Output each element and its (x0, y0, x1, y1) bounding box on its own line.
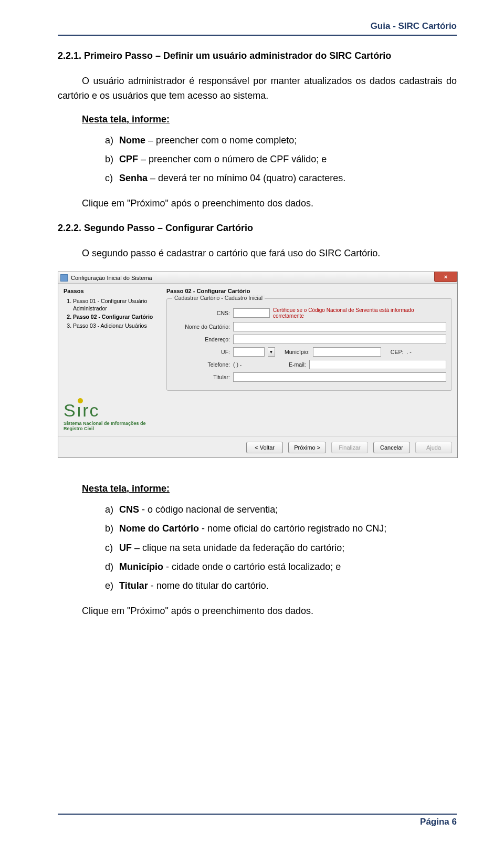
label-email: E-mail: (289, 361, 306, 368)
list-item: d) Município - cidade onde o cartório es… (105, 558, 457, 576)
window-title: Configuração Inicial do Sistema (71, 275, 152, 281)
cns-input[interactable] (233, 308, 270, 318)
label-municipio: Município: (285, 349, 310, 355)
wizard-steps-pane: Passos Passo 01 - Configurar Usuário Adm… (58, 284, 161, 436)
section-3-list: a) CNS - o código nacional de serventia;… (105, 501, 457, 595)
logo-subtitle: Sistema Nacional de Informações de Regis… (64, 421, 157, 432)
page-number: Página 6 (58, 817, 457, 827)
page-footer: Página 6 (58, 814, 457, 827)
form-pane: Passo 02 - Configurar Cartório Cadastrar… (161, 284, 457, 436)
ajuda-button: Ajuda (415, 442, 452, 453)
row-titular: Titular: (172, 372, 446, 382)
logo: Sırc Sistema Nacional de Informações de … (64, 400, 157, 432)
cep-mask: . - (406, 349, 411, 355)
form-panel: Cadastrar Cartório - Cadastro Inicial CN… (166, 298, 452, 391)
label-titular: Titular: (172, 374, 230, 380)
section-222-heading: 2.2.2. Segundo Passo – Configurar Cartór… (58, 223, 457, 234)
close-icon[interactable]: × (434, 272, 457, 282)
step-item[interactable]: Passo 03 - Adicionar Usuários (73, 322, 157, 329)
header-rule (58, 35, 457, 36)
app-icon (60, 274, 68, 282)
list-item: c) UF – clique na seta unidade da federa… (105, 539, 457, 557)
label-uf: UF: (172, 349, 230, 355)
steps-list: Passo 01 - Configurar Usuário Administra… (73, 297, 157, 329)
wizard-buttons: < Voltar Próximo > Finalizar Cancelar Aj… (58, 436, 457, 457)
label-endereco: Endereço: (172, 336, 230, 342)
step-item[interactable]: Passo 01 - Configurar Usuário Administra… (73, 297, 157, 312)
section-221-para: O usuário administrador é responsável po… (58, 74, 457, 103)
label-cep: CEP: (391, 349, 404, 355)
form-step-title: Passo 02 - Configurar Cartório (166, 288, 452, 294)
panel-legend: Cadastrar Cartório - Cadastro Inicial (172, 295, 265, 301)
row-endereco: Endereço: (172, 335, 446, 344)
section-3-post: Clique em "Próximo" após o preenchimento… (82, 604, 457, 619)
list-item: a) Nome – preencher com o nome completo; (105, 131, 457, 149)
section-221-list: a) Nome – preencher com o nome completo;… (105, 131, 457, 188)
header-title: Guia - SIRC Cartório (371, 21, 457, 31)
document-page: Guia - SIRC Cartório 2.2.1. Primeiro Pas… (0, 0, 504, 843)
municipio-input[interactable] (313, 347, 381, 357)
nome-input[interactable] (233, 322, 446, 331)
row-nome: Nome do Cartório: (172, 322, 446, 331)
proximo-button[interactable]: Próximo > (288, 442, 326, 453)
app-body: Passos Passo 01 - Configurar Usuário Adm… (58, 284, 457, 436)
row-cns: CNS: Certifique se o Código Nacional de … (172, 307, 446, 319)
cancelar-button[interactable]: Cancelar (373, 442, 410, 453)
page-header: Guia - SIRC Cartório (58, 21, 457, 32)
row-uf: UF: ▼ Município: CEP: . - (172, 347, 446, 357)
app-window: Configuração Inicial do Sistema × Passos… (58, 272, 458, 458)
label-telefone: Telefone: (172, 361, 230, 368)
endereco-input[interactable] (233, 335, 446, 344)
step-item-current[interactable]: Passo 02 - Configurar Cartório (73, 313, 157, 320)
email-input[interactable] (309, 360, 446, 369)
section-221-list-intro: Nesta tela, informe: (82, 114, 457, 125)
finalizar-button: Finalizar (331, 442, 368, 453)
titular-input[interactable] (233, 372, 446, 382)
label-cns: CNS: (172, 310, 230, 316)
telefone-mask: ( ) - (233, 361, 275, 368)
list-item: c) Senha – deverá ter no mínimo 04 (quat… (105, 169, 457, 187)
voltar-button[interactable]: < Voltar (246, 442, 283, 453)
section-221-post: Clique em "Próximo" após o preenchimento… (82, 196, 457, 211)
chevron-down-icon[interactable]: ▼ (268, 347, 275, 357)
list-item: e) Titular - nome do titular do cartório… (105, 577, 457, 595)
label-nome: Nome do Cartório: (172, 324, 230, 330)
row-telefone: Telefone: ( ) - E-mail: (172, 360, 446, 369)
list-item: a) CNS - o código nacional de serventia; (105, 501, 457, 518)
logo-text: Sırc (64, 400, 157, 421)
cns-hint: Certifique se o Código Nacional de Serve… (273, 307, 446, 319)
list-item: b) Nome do Cartório - nome oficial do ca… (105, 519, 457, 537)
section-221-heading: 2.2.1. Primeiro Passo – Definir um usuár… (58, 50, 457, 61)
window-titlebar: Configuração Inicial do Sistema × (58, 272, 457, 284)
section-222-para: O segundo passo é cadastrar o cartório q… (58, 246, 457, 261)
steps-heading: Passos (64, 288, 157, 294)
uf-select[interactable] (233, 347, 265, 357)
list-item: b) CPF – preencher com o número de CPF v… (105, 150, 457, 168)
footer-rule (58, 814, 457, 815)
section-3-list-intro: Nesta tela, informe: (82, 483, 457, 494)
